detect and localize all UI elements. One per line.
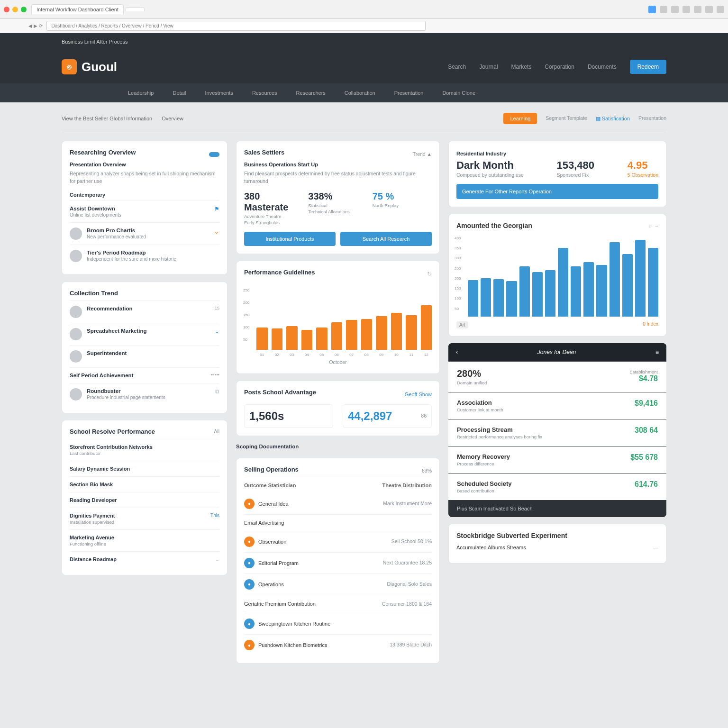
brand-logo-icon: ◎ [62, 59, 77, 74]
list-item[interactable]: Salary Dynamic Session [70, 461, 219, 476]
refresh-icon[interactable]: ↻ [427, 271, 432, 277]
table-row: Processing StreamRestricted performance … [448, 419, 666, 446]
ext-icon[interactable] [694, 6, 701, 13]
stat-value: 4.95 [628, 159, 658, 172]
avatar [70, 250, 82, 262]
orders-card: Selling Operations63% Outcome Statistici… [236, 458, 440, 664]
list-item[interactable]: Assist DowntownOnline list developments … [70, 200, 219, 222]
redeem-button[interactable]: Redeem [630, 60, 666, 74]
list-item[interactable]: Tier's Period RoadmapIndependent for the… [70, 245, 219, 267]
table-row[interactable]: ●General IdeaMark Instrument More [244, 493, 432, 514]
card-desc: Find pleasant prospects determined by fr… [244, 170, 432, 185]
ext-icon[interactable] [648, 6, 656, 13]
copy-icon[interactable]: ⧉ [215, 388, 219, 395]
subnav-item[interactable]: Collaboration [345, 90, 375, 96]
card-title: Selling Operations [244, 466, 299, 473]
card-footer: Plus Scam Inactivated So Beach [448, 500, 666, 517]
stat-value: 153,480 [556, 159, 594, 172]
list-item[interactable]: Broom Pro ChartisNew performance evaluat… [70, 222, 219, 245]
breadcrumb-tab[interactable]: Overview [162, 116, 183, 121]
card-title: Researching Overview [70, 149, 136, 156]
nav-documents[interactable]: Documents [588, 64, 617, 70]
overview-card: Researching Overview Presentation Overvi… [62, 141, 228, 275]
list-item[interactable]: Spreadsheet Marketing⌄ [70, 323, 219, 345]
card-title: Sales Settlers [244, 149, 284, 156]
close-icon[interactable] [4, 7, 9, 12]
avatar [70, 388, 82, 400]
stockbridge-card: Stockbridge Subverted Experiment Accumul… [448, 524, 666, 564]
all-link[interactable]: All [214, 428, 219, 439]
action-link[interactable]: Presentation [638, 115, 666, 122]
table-row[interactable]: ●OperationsDiagonal Solo Sales [244, 573, 432, 595]
main-header: ◎ Guoul Search Journal Markets Corporati… [0, 50, 728, 83]
url-input[interactable]: Dashboard / Analytics / Reports / Overvi… [46, 21, 426, 31]
learning-button[interactable]: Learning [503, 113, 537, 124]
subnav-item[interactable]: Researchers [296, 90, 325, 96]
menu-icon[interactable] [717, 6, 724, 13]
menu-icon[interactable]: ≡ [655, 349, 659, 355]
browser-tab-1[interactable]: Internal Workflow Dashboard Client [31, 4, 124, 14]
chart-footer-label: 0 Index [643, 321, 658, 328]
toggle-icon[interactable] [209, 152, 219, 157]
brand[interactable]: ◎ Guoul [62, 59, 117, 74]
search-icon[interactable]: ⌕ [648, 222, 652, 229]
top-info-bar: Business Limit After Process [0, 33, 728, 50]
kpi-value: 75 % [373, 191, 432, 202]
section-title: School Resolve Performance [70, 428, 155, 435]
back-icon[interactable]: ‹ [456, 349, 458, 355]
chevron-down-icon: ⌄ [214, 228, 219, 235]
subnav-item[interactable]: Leadership [128, 90, 154, 96]
subnav-item[interactable]: Investments [205, 90, 233, 96]
table-row[interactable]: ●ObservationSell School 50.1% [244, 531, 432, 552]
table-row: Scheduled SocietyBased contribution614.7… [448, 473, 666, 500]
chart-footer-label: Art [456, 321, 468, 328]
main-nav: Search Journal Markets Corporation Docum… [448, 60, 666, 74]
subnav-item[interactable]: Detail [173, 90, 186, 96]
performance-list-card: School Resolve PerformanceAll Storefront… [62, 420, 228, 575]
subnav-item[interactable]: Domain Clone [442, 90, 475, 96]
list-item[interactable]: Marketing AvenueFunctioning offline [70, 529, 219, 551]
nav-journal[interactable]: Journal [479, 64, 498, 70]
table-row[interactable]: ●Editorial ProgramNext Guarantee 18.25 [244, 552, 432, 573]
minimize-icon[interactable] [12, 7, 18, 12]
list-item[interactable]: Storefront Contribution NetworksLast con… [70, 439, 219, 461]
list-item[interactable]: Self Period Achievement•• ••• [70, 367, 219, 383]
list-item[interactable]: Section Bio Mask [70, 476, 219, 492]
list-item[interactable]: RoundbusterProcedure industrial page sta… [70, 383, 219, 405]
list-item[interactable]: Distance Roadmap⌄ [70, 551, 219, 567]
maximize-icon[interactable] [21, 7, 27, 12]
ext-icon[interactable] [705, 6, 713, 13]
chevron-up-icon[interactable]: ▲ [427, 151, 432, 157]
flag-icon: ⚑ [214, 206, 219, 212]
action-link[interactable]: ▦ Satisfication [596, 116, 630, 122]
list-item[interactable]: Superintendent [70, 345, 219, 367]
nav-search[interactable]: Search [448, 64, 466, 70]
ext-icon[interactable] [682, 6, 690, 13]
card-subtitle: Business Operations Start Up [244, 162, 432, 167]
subnav-item[interactable]: Presentation [394, 90, 424, 96]
more-icon[interactable]: ⋯ [655, 222, 658, 229]
address-bar-row: ◀ ▶ ⟳ Dashboard / Analytics / Reports / … [0, 19, 728, 33]
kpi-value: 380 Masterate [244, 191, 303, 213]
table-row[interactable]: ●Pushdown Kitchen Biometrics13,389 Blade… [244, 634, 432, 655]
browser-tab-2[interactable] [126, 7, 145, 11]
nav-corporation[interactable]: Corporation [545, 64, 574, 70]
list-item[interactable]: Recommendation15 [70, 300, 219, 323]
card-subtitle: Presentation Overview [70, 162, 219, 167]
nav-markets[interactable]: Markets [511, 64, 532, 70]
geoff-link[interactable]: Geoff Show [405, 391, 432, 397]
table-row[interactable]: ●Sweepingtown Kitchen Routine [244, 613, 432, 634]
search-research-button[interactable]: Search All Research [340, 232, 432, 246]
ext-icon[interactable] [671, 6, 679, 13]
avatar [70, 328, 82, 340]
list-item[interactable]: Dignities PaymentInstallation supervised… [70, 508, 219, 529]
table-row[interactable]: Geriatric Premium ContributionConsumer 1… [244, 595, 432, 613]
subnav-item[interactable]: Resources [252, 90, 277, 96]
institutional-button[interactable]: Institutional Products [244, 232, 336, 246]
list-item[interactable]: Reading Developer [70, 492, 219, 508]
generate-button[interactable]: Generate For Other Reports Operation [456, 184, 658, 199]
georgian-chart-card: Amounted the Georgian⌕ ⋯ 400350300250200… [448, 214, 666, 337]
action-link[interactable]: Segment Template [546, 115, 587, 122]
table-row[interactable]: Email Advertising [244, 514, 432, 531]
ext-icon[interactable] [660, 6, 667, 13]
